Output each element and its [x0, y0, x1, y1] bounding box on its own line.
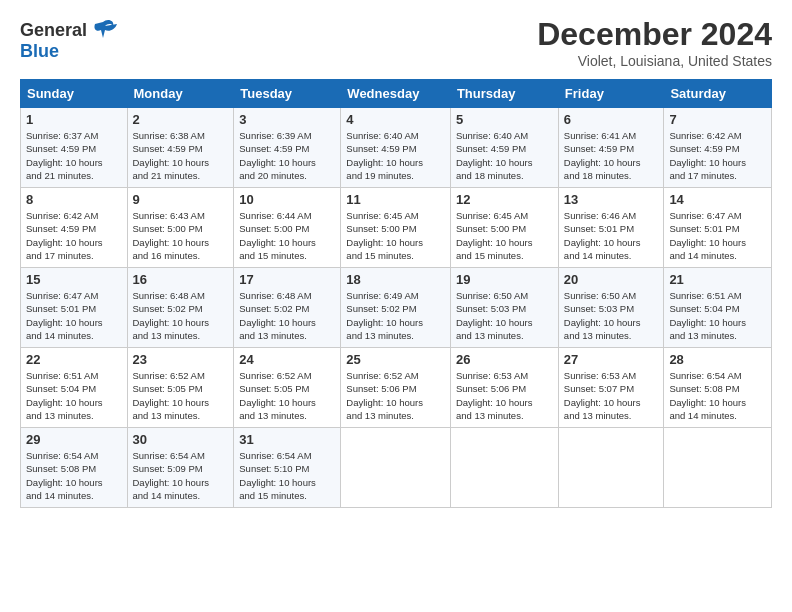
day-number: 19: [456, 272, 553, 287]
day-number: 7: [669, 112, 766, 127]
day-number: 2: [133, 112, 229, 127]
calendar-cell: 23Sunrise: 6:52 AM Sunset: 5:05 PM Dayli…: [127, 348, 234, 428]
day-info: Sunrise: 6:46 AM Sunset: 5:01 PM Dayligh…: [564, 209, 659, 262]
day-info: Sunrise: 6:51 AM Sunset: 5:04 PM Dayligh…: [26, 369, 122, 422]
day-number: 1: [26, 112, 122, 127]
calendar-cell: 27Sunrise: 6:53 AM Sunset: 5:07 PM Dayli…: [558, 348, 664, 428]
day-number: 21: [669, 272, 766, 287]
calendar-cell: [558, 428, 664, 508]
day-info: Sunrise: 6:43 AM Sunset: 5:00 PM Dayligh…: [133, 209, 229, 262]
day-info: Sunrise: 6:42 AM Sunset: 4:59 PM Dayligh…: [26, 209, 122, 262]
header-day: Tuesday: [234, 80, 341, 108]
day-info: Sunrise: 6:50 AM Sunset: 5:03 PM Dayligh…: [456, 289, 553, 342]
calendar-cell: 12Sunrise: 6:45 AM Sunset: 5:00 PM Dayli…: [450, 188, 558, 268]
page: General Blue December 2024 Violet, Louis…: [0, 0, 792, 518]
header-day: Sunday: [21, 80, 128, 108]
day-info: Sunrise: 6:54 AM Sunset: 5:08 PM Dayligh…: [26, 449, 122, 502]
day-info: Sunrise: 6:45 AM Sunset: 5:00 PM Dayligh…: [456, 209, 553, 262]
calendar-week-row: 1Sunrise: 6:37 AM Sunset: 4:59 PM Daylig…: [21, 108, 772, 188]
day-number: 3: [239, 112, 335, 127]
calendar-cell: 26Sunrise: 6:53 AM Sunset: 5:06 PM Dayli…: [450, 348, 558, 428]
day-info: Sunrise: 6:53 AM Sunset: 5:07 PM Dayligh…: [564, 369, 659, 422]
day-info: Sunrise: 6:48 AM Sunset: 5:02 PM Dayligh…: [239, 289, 335, 342]
day-number: 4: [346, 112, 445, 127]
day-number: 6: [564, 112, 659, 127]
day-info: Sunrise: 6:52 AM Sunset: 5:06 PM Dayligh…: [346, 369, 445, 422]
calendar-cell: 22Sunrise: 6:51 AM Sunset: 5:04 PM Dayli…: [21, 348, 128, 428]
day-number: 15: [26, 272, 122, 287]
day-number: 20: [564, 272, 659, 287]
calendar-cell: 1Sunrise: 6:37 AM Sunset: 4:59 PM Daylig…: [21, 108, 128, 188]
day-number: 31: [239, 432, 335, 447]
day-number: 8: [26, 192, 122, 207]
calendar-cell: 9Sunrise: 6:43 AM Sunset: 5:00 PM Daylig…: [127, 188, 234, 268]
calendar-cell: 18Sunrise: 6:49 AM Sunset: 5:02 PM Dayli…: [341, 268, 451, 348]
day-info: Sunrise: 6:41 AM Sunset: 4:59 PM Dayligh…: [564, 129, 659, 182]
day-number: 5: [456, 112, 553, 127]
day-info: Sunrise: 6:53 AM Sunset: 5:06 PM Dayligh…: [456, 369, 553, 422]
calendar-cell: 21Sunrise: 6:51 AM Sunset: 5:04 PM Dayli…: [664, 268, 772, 348]
day-info: Sunrise: 6:40 AM Sunset: 4:59 PM Dayligh…: [346, 129, 445, 182]
day-number: 28: [669, 352, 766, 367]
calendar-cell: 24Sunrise: 6:52 AM Sunset: 5:05 PM Dayli…: [234, 348, 341, 428]
month-title: December 2024: [537, 16, 772, 53]
header-day: Friday: [558, 80, 664, 108]
header-row: SundayMondayTuesdayWednesdayThursdayFrid…: [21, 80, 772, 108]
day-number: 13: [564, 192, 659, 207]
day-info: Sunrise: 6:37 AM Sunset: 4:59 PM Dayligh…: [26, 129, 122, 182]
day-number: 26: [456, 352, 553, 367]
day-info: Sunrise: 6:51 AM Sunset: 5:04 PM Dayligh…: [669, 289, 766, 342]
day-number: 9: [133, 192, 229, 207]
calendar-cell: 5Sunrise: 6:40 AM Sunset: 4:59 PM Daylig…: [450, 108, 558, 188]
calendar-cell: 3Sunrise: 6:39 AM Sunset: 4:59 PM Daylig…: [234, 108, 341, 188]
day-info: Sunrise: 6:54 AM Sunset: 5:09 PM Dayligh…: [133, 449, 229, 502]
day-info: Sunrise: 6:47 AM Sunset: 5:01 PM Dayligh…: [669, 209, 766, 262]
calendar-cell: 6Sunrise: 6:41 AM Sunset: 4:59 PM Daylig…: [558, 108, 664, 188]
calendar-cell: 15Sunrise: 6:47 AM Sunset: 5:01 PM Dayli…: [21, 268, 128, 348]
calendar-cell: 2Sunrise: 6:38 AM Sunset: 4:59 PM Daylig…: [127, 108, 234, 188]
calendar-week-row: 8Sunrise: 6:42 AM Sunset: 4:59 PM Daylig…: [21, 188, 772, 268]
day-number: 27: [564, 352, 659, 367]
day-info: Sunrise: 6:54 AM Sunset: 5:08 PM Dayligh…: [669, 369, 766, 422]
day-info: Sunrise: 6:50 AM Sunset: 5:03 PM Dayligh…: [564, 289, 659, 342]
day-number: 14: [669, 192, 766, 207]
day-number: 22: [26, 352, 122, 367]
logo-general: General: [20, 21, 87, 39]
calendar-cell: 11Sunrise: 6:45 AM Sunset: 5:00 PM Dayli…: [341, 188, 451, 268]
day-number: 10: [239, 192, 335, 207]
calendar-cell: 25Sunrise: 6:52 AM Sunset: 5:06 PM Dayli…: [341, 348, 451, 428]
calendar-cell: 30Sunrise: 6:54 AM Sunset: 5:09 PM Dayli…: [127, 428, 234, 508]
day-info: Sunrise: 6:52 AM Sunset: 5:05 PM Dayligh…: [133, 369, 229, 422]
day-info: Sunrise: 6:52 AM Sunset: 5:05 PM Dayligh…: [239, 369, 335, 422]
calendar-cell: 8Sunrise: 6:42 AM Sunset: 4:59 PM Daylig…: [21, 188, 128, 268]
logo-bird-icon: [89, 16, 117, 44]
day-info: Sunrise: 6:38 AM Sunset: 4:59 PM Dayligh…: [133, 129, 229, 182]
calendar-week-row: 15Sunrise: 6:47 AM Sunset: 5:01 PM Dayli…: [21, 268, 772, 348]
day-number: 18: [346, 272, 445, 287]
calendar-cell: 10Sunrise: 6:44 AM Sunset: 5:00 PM Dayli…: [234, 188, 341, 268]
calendar-table: SundayMondayTuesdayWednesdayThursdayFrid…: [20, 79, 772, 508]
calendar-cell: 28Sunrise: 6:54 AM Sunset: 5:08 PM Dayli…: [664, 348, 772, 428]
day-number: 17: [239, 272, 335, 287]
location: Violet, Louisiana, United States: [537, 53, 772, 69]
day-number: 29: [26, 432, 122, 447]
header: General Blue December 2024 Violet, Louis…: [20, 16, 772, 69]
header-day: Wednesday: [341, 80, 451, 108]
header-day: Saturday: [664, 80, 772, 108]
day-number: 30: [133, 432, 229, 447]
day-info: Sunrise: 6:47 AM Sunset: 5:01 PM Dayligh…: [26, 289, 122, 342]
calendar-cell: 16Sunrise: 6:48 AM Sunset: 5:02 PM Dayli…: [127, 268, 234, 348]
calendar-cell: 20Sunrise: 6:50 AM Sunset: 5:03 PM Dayli…: [558, 268, 664, 348]
logo: General Blue: [20, 16, 117, 60]
calendar-cell: 17Sunrise: 6:48 AM Sunset: 5:02 PM Dayli…: [234, 268, 341, 348]
calendar-cell: [664, 428, 772, 508]
day-info: Sunrise: 6:45 AM Sunset: 5:00 PM Dayligh…: [346, 209, 445, 262]
day-info: Sunrise: 6:40 AM Sunset: 4:59 PM Dayligh…: [456, 129, 553, 182]
day-number: 23: [133, 352, 229, 367]
day-info: Sunrise: 6:48 AM Sunset: 5:02 PM Dayligh…: [133, 289, 229, 342]
day-info: Sunrise: 6:54 AM Sunset: 5:10 PM Dayligh…: [239, 449, 335, 502]
calendar-cell: 29Sunrise: 6:54 AM Sunset: 5:08 PM Dayli…: [21, 428, 128, 508]
calendar-cell: 31Sunrise: 6:54 AM Sunset: 5:10 PM Dayli…: [234, 428, 341, 508]
day-number: 12: [456, 192, 553, 207]
calendar-cell: 4Sunrise: 6:40 AM Sunset: 4:59 PM Daylig…: [341, 108, 451, 188]
